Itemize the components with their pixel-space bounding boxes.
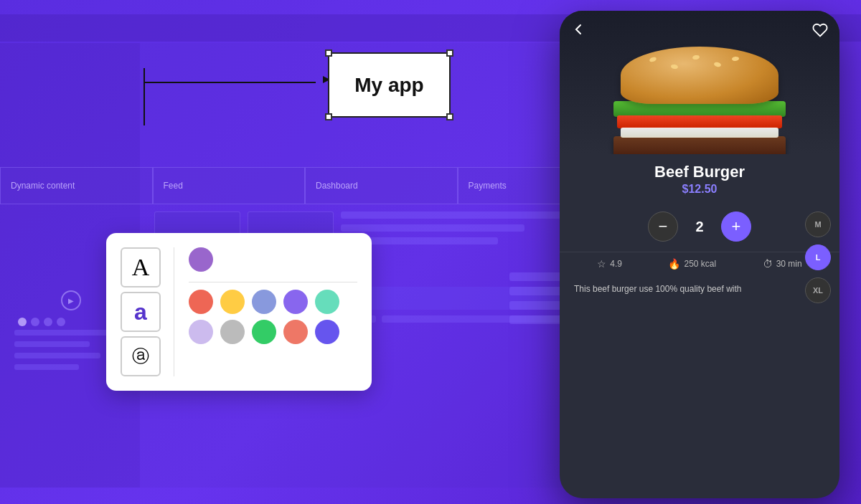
font-column: A a ⓐ <box>121 247 174 376</box>
stat-calories: 🔥 250 kcal <box>668 258 716 270</box>
color-dot-gray <box>220 320 245 344</box>
size-selector: M L XL <box>805 211 831 303</box>
stats-row: ☆ 4.9 🔥 250 kcal ⏱ 30 min <box>560 252 839 275</box>
burger-image <box>592 47 807 154</box>
top-color-dot <box>189 247 213 272</box>
minus-button[interactable]: − <box>648 211 678 242</box>
burger-price: $12.50 <box>574 183 825 196</box>
font-serif-a: A <box>121 247 161 287</box>
arrow-vertical <box>144 68 145 125</box>
clock-icon: ⏱ <box>763 258 773 270</box>
stat-rating: ☆ 4.9 <box>597 258 622 270</box>
color-dot-indigo <box>315 320 339 344</box>
color-row-2 <box>189 320 357 344</box>
size-m-button[interactable]: M <box>805 211 831 237</box>
color-dot-salmon <box>283 320 308 344</box>
wf-section-tabs: Dynamic content Feed Dashboard Payments <box>0 167 610 204</box>
top-color-row <box>189 247 357 272</box>
font-sans-a: a <box>121 292 161 332</box>
wf-dashboard-tab: Dashboard <box>305 167 458 204</box>
quantity-value: 2 <box>692 219 707 235</box>
handle-bl <box>325 113 332 120</box>
fire-icon: 🔥 <box>668 258 680 270</box>
myapp-label: My app <box>354 74 423 97</box>
rating-value: 4.9 <box>610 259 622 269</box>
back-button[interactable] <box>571 22 585 40</box>
star-icon: ☆ <box>597 258 606 270</box>
plus-button[interactable]: + <box>721 211 751 242</box>
stat-time: ⏱ 30 min <box>763 258 802 270</box>
color-dot-purple <box>283 290 308 314</box>
color-row-1 <box>189 290 357 314</box>
font-circled-a: ⓐ <box>121 336 161 376</box>
color-column <box>189 247 357 376</box>
burger-name: Beef Burger <box>574 163 825 181</box>
color-dot-teal <box>315 290 339 314</box>
phone-title-section: Beef Burger $12.50 <box>560 154 839 201</box>
palette-card: A a ⓐ <box>106 233 372 391</box>
wf-play-icon: ▶ <box>61 290 81 310</box>
color-dot-red <box>189 290 213 314</box>
handle-tl <box>325 49 332 57</box>
heart-button[interactable] <box>812 22 828 42</box>
color-dot-yellow <box>220 290 245 314</box>
palette-divider <box>189 282 357 282</box>
wf-dynamic-content-tab: Dynamic content <box>0 167 153 204</box>
quantity-section: − 2 + <box>560 201 839 252</box>
handle-br <box>446 113 453 120</box>
burger-description: This beef burger use 100% quality beef w… <box>560 275 839 303</box>
wf-radio-dots <box>18 318 65 326</box>
phone-mockup: Beef Burger $12.50 M L XL − 2 + ☆ 4.9 🔥 … <box>560 11 839 498</box>
color-dot-blue <box>252 290 276 314</box>
color-dot-lavender <box>189 320 213 344</box>
calories-value: 250 kcal <box>684 259 716 269</box>
myapp-box: My app <box>328 52 451 118</box>
wf-feed-tab: Feed <box>153 167 306 204</box>
size-xl-button[interactable]: XL <box>805 277 831 303</box>
size-l-button[interactable]: L <box>805 244 831 270</box>
time-value: 30 min <box>776 259 802 269</box>
phone-header-area <box>560 11 839 154</box>
handle-tr <box>446 49 453 57</box>
color-dot-green <box>252 320 276 344</box>
